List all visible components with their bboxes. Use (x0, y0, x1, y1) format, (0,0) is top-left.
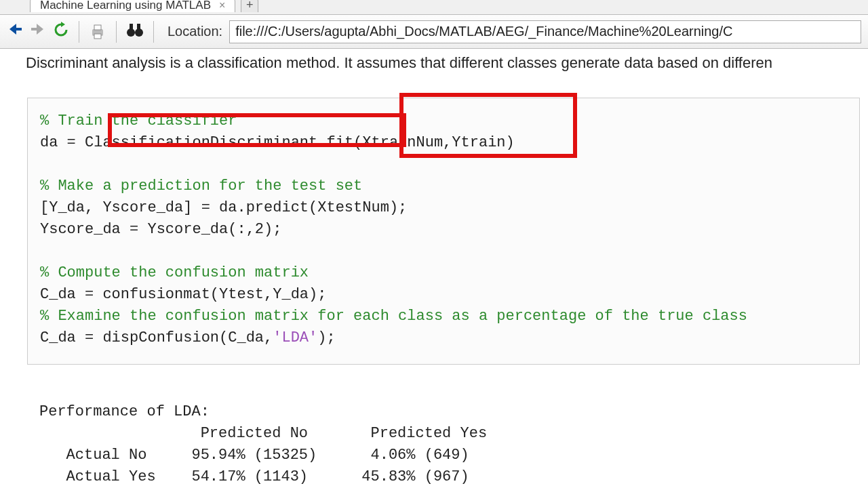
tab-bar: Machine Learning using MATLAB × + (0, 0, 868, 15)
code-text: C_da = dispConfusion(C_da, (40, 329, 273, 346)
svg-rect-1 (94, 25, 101, 30)
reload-button[interactable] (53, 22, 69, 42)
code-line: C_da = confusionmat(Ytest,Y_da); (40, 284, 847, 306)
highlight-box-2 (399, 93, 577, 158)
code-comment: % Compute the confusion matrix (40, 264, 309, 281)
arrow-right-icon (30, 21, 46, 37)
output-row: Actual Yes 54.17% (1143) 45.83% (967) (39, 468, 469, 485)
output-title: Performance of LDA: (39, 403, 210, 420)
arrow-left-icon (7, 21, 23, 37)
code-text: ); (317, 329, 335, 346)
code-text: da = (40, 134, 85, 151)
close-icon[interactable]: × (219, 0, 225, 12)
separator (79, 21, 79, 43)
code-comment: % Examine the confusion matrix for each … (40, 308, 747, 325)
back-button[interactable] (7, 21, 23, 42)
output-row: Actual No 95.94% (15325) 4.06% (649) (39, 447, 469, 464)
output-block: Performance of LDA: Predicted No Predict… (39, 401, 868, 488)
separator (153, 21, 154, 43)
tab-title: Machine Learning using MATLAB (40, 0, 211, 12)
binoculars-icon (126, 22, 144, 37)
forward-button[interactable] (30, 21, 46, 42)
location-label: Location: (167, 24, 222, 39)
new-tab-button[interactable]: + (241, 0, 258, 12)
page-content: Discriminant analysis is a classificatio… (0, 49, 868, 488)
svg-rect-6 (137, 24, 140, 29)
output-header: Predicted No Predicted Yes (39, 425, 487, 442)
separator (116, 21, 117, 43)
reload-icon (53, 22, 69, 38)
code-line: Yscore_da = Yscore_da(:,2); (40, 219, 847, 241)
find-button[interactable] (126, 22, 144, 41)
print-icon (89, 23, 106, 41)
code-string: 'LDA' (273, 329, 317, 346)
svg-rect-2 (94, 34, 101, 39)
code-comment: % Make a prediction for the test set (40, 178, 362, 195)
toolbar: Location: (0, 15, 868, 49)
code-block: % Train the classifier da = Classificati… (27, 98, 860, 365)
print-button[interactable] (89, 23, 106, 41)
svg-point-4 (135, 28, 143, 37)
code-line: [Y_da, Yscore_da] = da.predict(XtestNum)… (40, 197, 847, 219)
highlight-box-1 (108, 113, 406, 147)
svg-point-3 (127, 28, 135, 37)
intro-paragraph: Discriminant analysis is a classificatio… (0, 49, 868, 72)
browser-tab[interactable]: Machine Learning using MATLAB × (30, 0, 235, 12)
svg-rect-5 (130, 24, 133, 29)
location-input[interactable] (229, 20, 861, 43)
